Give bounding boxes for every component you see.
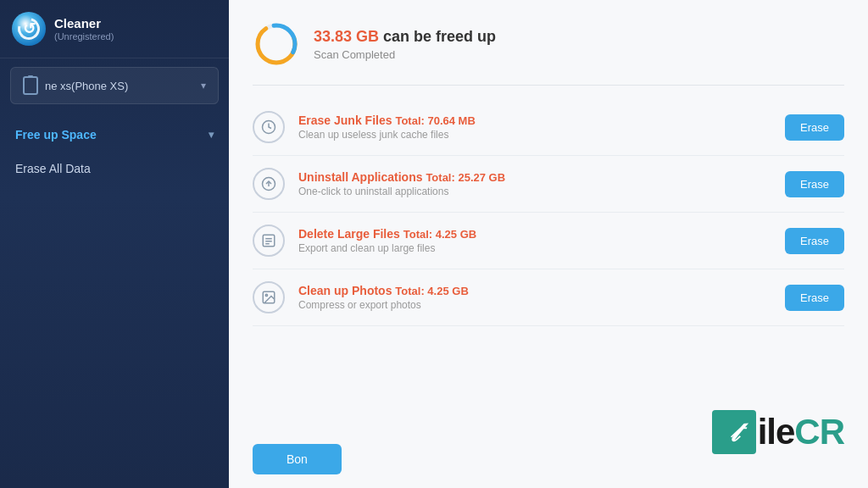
- scan-info: 33.83 GB can be freed up Scan Completed: [314, 28, 496, 61]
- sidebar-item-free-up-space[interactable]: Free up Space ▾: [0, 118, 229, 152]
- large-files-total: Total: 4.25 GB: [403, 228, 476, 241]
- device-selector[interactable]: ne xs(Phone XS) ▾: [10, 67, 219, 104]
- app-logo-icon: [12, 12, 46, 46]
- filecr-logo: 𝓉 ileCR: [712, 410, 844, 454]
- erase-large-button[interactable]: Erase: [785, 228, 844, 254]
- clock-icon: [253, 111, 285, 143]
- erase-photos-button[interactable]: Erase: [785, 285, 844, 311]
- scan-result-section: 33.83 GB can be freed up Scan Completed: [253, 20, 844, 86]
- bottom-button-area: Bon: [253, 444, 342, 474]
- erase-junk-button[interactable]: Erase: [785, 114, 844, 141]
- app-name: Cleaner: [54, 16, 114, 31]
- app-header: Cleaner (Unregistered): [0, 0, 229, 58]
- photos-total: Total: 4.25 GB: [395, 285, 468, 297]
- uninstall-apps-title: Uninstall Applications Total: 25.27 GB: [298, 170, 785, 184]
- upload-icon: [253, 168, 285, 200]
- bon-button[interactable]: Bon: [253, 444, 342, 474]
- uninstall-apps-info: Uninstall Applications Total: 25.27 GB O…: [298, 170, 785, 197]
- sidebar-item-erase-all-data[interactable]: Erase All Data: [0, 152, 229, 186]
- scan-freed-size: 33.83 GB can be freed up: [314, 28, 496, 46]
- nav-item-label-free-up: Free up Space: [15, 128, 97, 141]
- junk-files-title: Erase Junk Files Total: 70.64 MB: [298, 114, 785, 127]
- uninstall-apps-desc: One-click to uninstall applications: [298, 186, 785, 197]
- app-title-group: Cleaner (Unregistered): [54, 16, 114, 42]
- chevron-down-icon: ▾: [209, 129, 214, 141]
- chevron-down-icon: ▾: [201, 80, 206, 92]
- junk-files-total: Total: 70.64 MB: [395, 114, 475, 127]
- filecr-f-icon: 𝓉: [712, 410, 756, 454]
- junk-files-desc: Clean up useless junk cache files: [298, 129, 785, 141]
- scan-status: Scan Completed: [314, 48, 496, 61]
- document-icon: [253, 225, 285, 257]
- image-icon: [253, 281, 285, 313]
- sidebar: Cleaner (Unregistered) ne xs(Phone XS) ▾…: [0, 0, 229, 488]
- erase-apps-button[interactable]: Erase: [785, 171, 844, 197]
- category-junk-files: Erase Junk Files Total: 70.64 MB Clean u…: [253, 99, 844, 156]
- filecr-text: ileCR: [758, 412, 844, 452]
- large-files-info: Delete Large Files Total: 4.25 GB Export…: [298, 227, 785, 254]
- phone-icon: [23, 76, 38, 95]
- filecr-cr-text: CR: [794, 412, 844, 452]
- nav-item-label-erase-all: Erase All Data: [15, 162, 91, 175]
- large-files-desc: Export and clean up large files: [298, 242, 785, 254]
- scan-circle-icon: [253, 20, 300, 68]
- uninstall-apps-total: Total: 25.27 GB: [426, 171, 505, 184]
- app-subtitle: (Unregistered): [54, 31, 114, 42]
- photos-title: Clean up Photos Total: 4.25 GB: [298, 284, 785, 297]
- svg-point-11: [265, 294, 267, 296]
- photos-desc: Compress or export photos: [298, 299, 785, 311]
- photos-info: Clean up Photos Total: 4.25 GB Compress …: [298, 284, 785, 311]
- large-files-title: Delete Large Files Total: 4.25 GB: [298, 227, 785, 241]
- category-uninstall-apps: Uninstall Applications Total: 25.27 GB O…: [253, 156, 844, 213]
- junk-files-info: Erase Junk Files Total: 70.64 MB Clean u…: [298, 114, 785, 141]
- filecr-watermark: 𝓉 ileCR: [712, 410, 844, 454]
- category-photos: Clean up Photos Total: 4.25 GB Compress …: [253, 269, 844, 326]
- main-content: 33.83 GB can be freed up Scan Completed …: [229, 0, 868, 488]
- category-large-files: Delete Large Files Total: 4.25 GB Export…: [253, 213, 844, 269]
- nav-section: Free up Space ▾ Erase All Data: [0, 113, 229, 191]
- device-name: ne xs(Phone XS): [45, 80, 201, 92]
